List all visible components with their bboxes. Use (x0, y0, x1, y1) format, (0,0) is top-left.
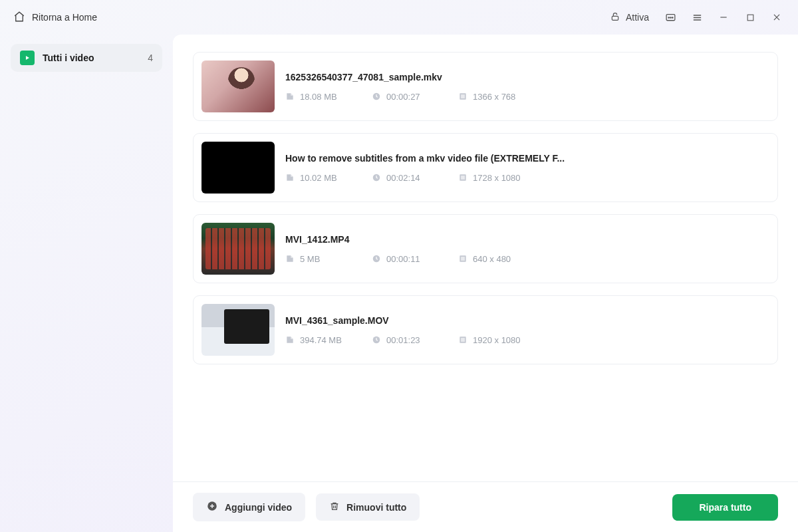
svg-rect-0 (612, 16, 618, 20)
plus-circle-icon (206, 500, 218, 514)
video-card[interactable]: MVI_1412.MP4 5 MB 00:00:11 640 x 480 (193, 214, 778, 283)
video-meta: How to remove subtitles from a mkv video… (285, 153, 769, 183)
stat-size: 18.08 MB (285, 92, 345, 102)
home-icon (13, 11, 25, 25)
video-meta: MVI_1412.MP4 5 MB 00:00:11 640 x 480 (285, 234, 769, 264)
svg-point-3 (670, 17, 670, 17)
stat-size: 394.74 MB (285, 335, 345, 345)
video-thumbnail (201, 61, 275, 112)
activate-button[interactable]: Attiva (610, 11, 649, 24)
feedback-button[interactable] (657, 4, 684, 31)
video-meta: 1625326540377_47081_sample.mkv 18.08 MB … (285, 72, 769, 102)
sidebar-item-count: 4 (148, 53, 153, 63)
video-stats: 394.74 MB 00:01:23 1920 x 1080 (285, 335, 769, 345)
stat-duration: 00:01:23 (372, 335, 432, 345)
add-video-label: Aggiungi video (225, 502, 292, 513)
svg-rect-11 (461, 176, 465, 180)
home-label: Ritorna a Home (32, 12, 97, 23)
main: Tutti i video 4 1625326540377_47081_samp… (0, 35, 798, 532)
video-card[interactable]: 1625326540377_47081_sample.mkv 18.08 MB … (193, 52, 778, 121)
video-card[interactable]: How to remove subtitles from a mkv video… (193, 133, 778, 202)
stat-size: 10.02 MB (285, 173, 345, 183)
sidebar-item-all-videos[interactable]: Tutti i video 4 (11, 44, 162, 72)
window-controls (657, 4, 790, 31)
video-meta: MVI_4361_sample.MOV 394.74 MB 00:01:23 1… (285, 315, 769, 345)
lock-icon (610, 11, 620, 24)
activate-label: Attiva (626, 12, 649, 23)
remove-all-label: Rimuovi tutto (346, 502, 406, 513)
video-filename: 1625326540377_47081_sample.mkv (285, 72, 769, 82)
svg-point-2 (668, 17, 668, 17)
sidebar-item-label: Tutti i video (43, 53, 94, 63)
video-filename: MVI_1412.MP4 (285, 234, 769, 245)
video-stats: 18.08 MB 00:00:27 1366 x 768 (285, 92, 769, 102)
sidebar: Tutti i video 4 (0, 35, 173, 532)
stat-duration: 00:02:14 (372, 173, 432, 183)
video-filename: MVI_4361_sample.MOV (285, 315, 769, 326)
trash-icon (329, 501, 340, 513)
titlebar: Ritorna a Home Attiva (0, 0, 798, 35)
svg-point-4 (672, 17, 672, 17)
video-stats: 10.02 MB 00:02:14 1728 x 1080 (285, 173, 769, 183)
repair-all-label: Ripara tutto (699, 502, 751, 513)
video-list: 1625326540377_47081_sample.mkv 18.08 MB … (173, 35, 798, 481)
stat-resolution: 640 x 480 (458, 254, 518, 264)
video-filename: How to remove subtitles from a mkv video… (285, 153, 769, 164)
video-card[interactable]: MVI_4361_sample.MOV 394.74 MB 00:01:23 1… (193, 295, 778, 364)
svg-rect-17 (461, 338, 465, 342)
stat-resolution: 1920 x 1080 (458, 335, 521, 345)
minimize-button[interactable] (710, 4, 737, 31)
maximize-button[interactable] (737, 4, 763, 31)
video-thumbnail (201, 223, 275, 275)
stat-resolution: 1366 x 768 (458, 92, 518, 102)
svg-rect-14 (461, 257, 465, 261)
video-thumbnail (201, 142, 275, 194)
add-video-button[interactable]: Aggiungi video (193, 493, 305, 521)
stat-duration: 00:00:27 (372, 92, 432, 102)
stat-size: 5 MB (285, 254, 345, 264)
play-icon (20, 51, 35, 65)
content: 1625326540377_47081_sample.mkv 18.08 MB … (173, 35, 798, 532)
stat-resolution: 1728 x 1080 (458, 173, 521, 183)
svg-rect-8 (461, 94, 465, 98)
close-button[interactable] (763, 4, 790, 31)
footer: Aggiungi video Rimuovi tutto Ripara tutt… (173, 481, 798, 532)
svg-rect-5 (747, 15, 753, 21)
stat-duration: 00:00:11 (372, 254, 432, 264)
home-link[interactable]: Ritorna a Home (13, 11, 97, 25)
video-thumbnail (201, 304, 275, 356)
remove-all-button[interactable]: Rimuovi tutto (316, 493, 420, 521)
repair-all-button[interactable]: Ripara tutto (672, 494, 778, 521)
menu-button[interactable] (684, 4, 710, 31)
video-stats: 5 MB 00:00:11 640 x 480 (285, 254, 769, 264)
